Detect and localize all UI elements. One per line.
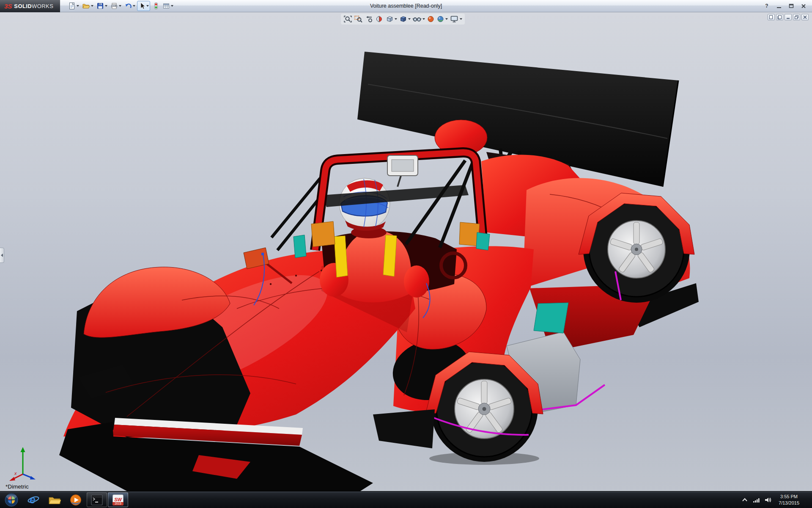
- chevron-down-icon: [171, 5, 173, 7]
- brand-mark: 3S: [4, 3, 12, 10]
- new-document-icon: [68, 2, 76, 10]
- options-button[interactable]: [161, 1, 175, 11]
- folder-icon: [48, 495, 61, 505]
- brand-solid: SOLID: [14, 3, 32, 9]
- minimize-button[interactable]: [776, 3, 782, 9]
- view-settings-button[interactable]: [449, 14, 463, 24]
- apply-scene-button[interactable]: [436, 14, 448, 24]
- minimize-document-button[interactable]: [785, 14, 792, 20]
- chevron-down-icon: [77, 5, 79, 7]
- car-model-3d[interactable]: [0, 12, 812, 491]
- section-view-button[interactable]: [375, 14, 384, 24]
- save-button[interactable]: [95, 1, 109, 11]
- document-window-controls: [768, 14, 809, 20]
- display-style-icon: [399, 15, 407, 23]
- window-title: Voiture assemblee [Read-only]: [203, 3, 609, 9]
- chevron-down-icon: [91, 5, 93, 7]
- taskbar: e SW: [0, 491, 812, 508]
- view-orientation-icon: [385, 15, 394, 23]
- window-controls: ?: [763, 3, 812, 9]
- rebuild-icon: [152, 2, 159, 10]
- apply-scene-icon: [436, 15, 444, 23]
- restore-document-button[interactable]: [793, 14, 800, 20]
- print-button[interactable]: [109, 1, 123, 11]
- media-player-icon: [70, 494, 82, 506]
- start-button[interactable]: [0, 491, 23, 508]
- select-cursor-icon: [138, 2, 145, 10]
- zoom-to-fit-button[interactable]: [343, 14, 353, 24]
- zoom-to-area-icon: [354, 15, 363, 23]
- heads-up-view-toolbar: [341, 14, 465, 25]
- previous-view-button[interactable]: [364, 14, 374, 24]
- maximize-button[interactable]: [788, 3, 795, 9]
- next-window-button[interactable]: [776, 14, 783, 20]
- edit-appearance-button[interactable]: [426, 14, 435, 24]
- chevron-down-icon: [119, 5, 121, 7]
- close-document-button[interactable]: [801, 14, 809, 20]
- svg-text:e: e: [30, 494, 36, 505]
- options-icon: [162, 2, 170, 10]
- internet-explorer-button[interactable]: e: [23, 492, 44, 507]
- view-orientation-label: *Dimetric: [5, 483, 29, 490]
- undo-button[interactable]: [123, 1, 137, 11]
- hidden-icons-button[interactable]: [741, 496, 749, 504]
- solidworks-taskbar-button[interactable]: SW 2015: [108, 492, 128, 507]
- rebuild-button[interactable]: [151, 1, 161, 11]
- chevron-down-icon: [146, 5, 149, 7]
- network-tray-icon[interactable]: [752, 496, 760, 504]
- taskbar-clock[interactable]: 3:55 PM 7/13/2015: [775, 494, 803, 506]
- save-icon: [96, 2, 104, 10]
- display-style-button[interactable]: [398, 14, 411, 24]
- file-explorer-button[interactable]: [44, 492, 65, 507]
- undo-icon: [124, 2, 132, 10]
- close-icon: [801, 3, 807, 9]
- system-tray: 3:55 PM 7/13/2015: [741, 491, 812, 508]
- help-button[interactable]: ?: [763, 3, 770, 9]
- chevron-down-icon: [395, 18, 397, 20]
- main-toolbar: [67, 1, 175, 11]
- windows-start-icon: [4, 493, 19, 507]
- triad-x-label: x: [14, 471, 17, 476]
- hide-show-items-button[interactable]: [412, 14, 425, 24]
- chevron-down-icon: [408, 18, 411, 20]
- zoom-to-area-button[interactable]: [354, 14, 363, 24]
- view-orientation-button[interactable]: [385, 14, 398, 24]
- open-button[interactable]: [81, 1, 95, 11]
- close-document-icon: [803, 15, 807, 19]
- solidworks-app-icon: SW 2015: [112, 494, 123, 505]
- featuremanager-collapse-tab[interactable]: [0, 248, 4, 263]
- solidworks-logo: 3S SOLIDWORKS: [0, 0, 60, 12]
- select-tool-button[interactable]: [137, 1, 150, 11]
- open-folder-icon: [82, 2, 90, 10]
- command-prompt-icon: [91, 494, 103, 505]
- minimize-document-icon: [786, 15, 790, 19]
- print-icon: [110, 2, 118, 10]
- command-prompt-button[interactable]: [87, 492, 107, 507]
- new-document-button[interactable]: [67, 1, 80, 11]
- next-window-icon: [777, 15, 782, 19]
- internet-explorer-icon: e: [27, 494, 40, 506]
- windows-media-player-button[interactable]: [66, 492, 86, 507]
- clock-date: 7/13/2015: [779, 500, 799, 506]
- previous-window-button[interactable]: [768, 14, 775, 20]
- view-settings-icon: [450, 15, 459, 23]
- restore-document-icon: [794, 15, 799, 19]
- network-signal-icon: [753, 497, 760, 503]
- chevron-down-icon: [422, 18, 425, 20]
- volume-tray-icon[interactable]: [764, 496, 771, 504]
- brand-works: WORKS: [32, 3, 53, 9]
- hide-show-items-icon: [412, 15, 422, 23]
- up-arrow-icon: [742, 497, 748, 502]
- close-button[interactable]: [800, 3, 807, 9]
- chevron-down-icon: [133, 5, 135, 7]
- previous-window-icon: [769, 15, 774, 19]
- graphics-area[interactable]: x *Dimetric: [0, 12, 812, 491]
- chevron-left-icon: [1, 254, 3, 257]
- edit-appearance-icon: [427, 15, 435, 23]
- maximize-icon: [788, 3, 794, 9]
- titlebar: 3S SOLIDWORKS: [0, 0, 812, 12]
- chevron-down-icon: [445, 18, 448, 20]
- chevron-down-icon: [460, 18, 462, 20]
- chevron-down-icon: [105, 5, 107, 7]
- desktop: 3S SOLIDWORKS: [0, 0, 812, 508]
